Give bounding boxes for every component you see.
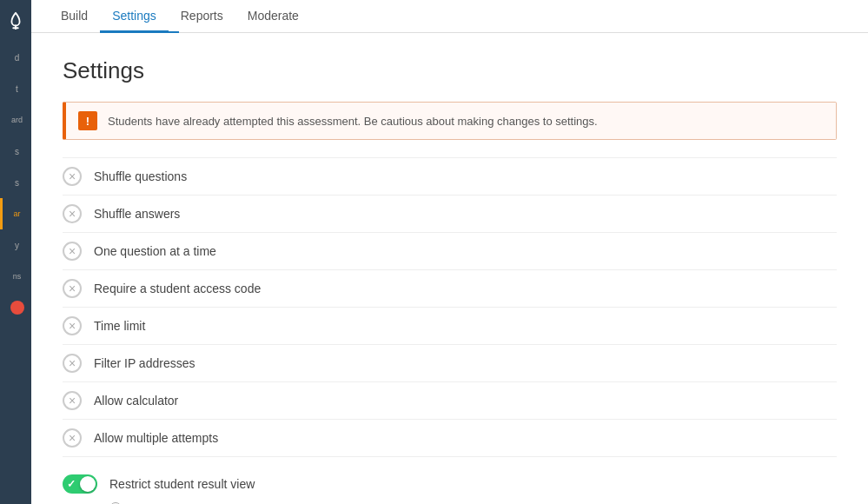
sidebar-item-9[interactable] xyxy=(0,292,31,323)
tab-build[interactable]: Build xyxy=(49,0,100,33)
toggle-restrict-result[interactable]: ✓ xyxy=(63,474,97,494)
tab-moderate[interactable]: Moderate xyxy=(235,0,311,33)
setting-restrict-result: ✓ Restrict student result view i Uncheck… xyxy=(63,457,837,504)
toggle-shuffle-answers[interactable] xyxy=(63,204,82,223)
settings-content: Settings ! Students have already attempt… xyxy=(31,33,868,504)
label-shuffle-questions: Shuffle questions xyxy=(94,169,187,183)
setting-one-question: One question at a time xyxy=(63,233,837,270)
sidebar-item-3[interactable]: ard xyxy=(0,104,31,136)
label-time-limit: Time limit xyxy=(94,319,145,333)
setting-calculator: Allow calculator xyxy=(63,382,837,420)
page-title: Settings xyxy=(63,57,837,84)
setting-time-limit: Time limit xyxy=(63,308,837,345)
check-icon: ✓ xyxy=(67,478,76,490)
toggle-multiple-attempts[interactable] xyxy=(63,428,82,448)
sidebar-item-5[interactable]: s xyxy=(0,167,31,198)
tab-settings[interactable]: Settings xyxy=(100,0,169,33)
label-one-question: One question at a time xyxy=(94,244,216,258)
toggle-filter-ip[interactable] xyxy=(63,354,82,373)
toggle-time-limit[interactable] xyxy=(63,316,82,335)
settings-list: Shuffle questions Shuffle answers One qu… xyxy=(63,157,837,504)
setting-filter-ip: Filter IP addresses xyxy=(63,345,837,382)
sidebar-item-7[interactable]: y xyxy=(0,229,31,261)
warning-icon: ! xyxy=(78,111,97,130)
sidebar: d t ard s s ar y ns xyxy=(0,0,31,504)
toggle-one-question[interactable] xyxy=(63,242,82,261)
warning-text: Students have already attempted this ass… xyxy=(108,115,598,128)
warning-banner: ! Students have already attempted this a… xyxy=(63,102,837,140)
sidebar-item-6[interactable]: ar xyxy=(0,198,31,229)
sidebar-logo[interactable] xyxy=(2,7,30,35)
label-access-code: Require a student access code xyxy=(94,282,261,295)
toggle-calculator[interactable] xyxy=(63,391,82,410)
label-filter-ip: Filter IP addresses xyxy=(94,356,195,370)
setting-multiple-attempts: Allow multiple attempts xyxy=(63,420,837,457)
sidebar-item-1[interactable]: d xyxy=(0,42,31,73)
main-content: Build Settings Reports Moderate Settings… xyxy=(31,0,868,504)
sidebar-item-4[interactable]: s xyxy=(0,136,31,167)
label-multiple-attempts: Allow multiple attempts xyxy=(94,431,218,445)
setting-shuffle-questions: Shuffle questions xyxy=(63,157,837,196)
top-nav: Build Settings Reports Moderate xyxy=(31,0,868,33)
setting-access-code: Require a student access code xyxy=(63,270,837,308)
toggle-shuffle-questions[interactable] xyxy=(63,167,82,186)
label-restrict-result: Restrict student result view xyxy=(109,477,255,491)
sidebar-item-8[interactable]: ns xyxy=(0,261,31,292)
tab-reports[interactable]: Reports xyxy=(169,0,235,33)
toggle-access-code[interactable] xyxy=(63,279,82,298)
setting-shuffle-answers: Shuffle answers xyxy=(63,196,837,233)
sidebar-item-2[interactable]: t xyxy=(0,73,31,104)
label-calculator: Allow calculator xyxy=(94,394,178,408)
label-shuffle-answers: Shuffle answers xyxy=(94,207,180,221)
